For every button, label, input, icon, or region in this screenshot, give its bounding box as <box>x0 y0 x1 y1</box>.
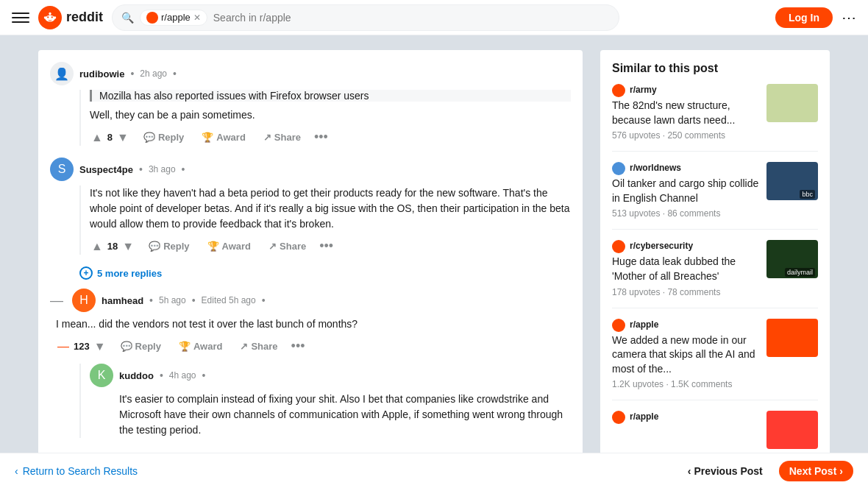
comment-meta: S Suspect4pe • 3h ago • <box>50 158 571 181</box>
comment-time: 5h ago <box>159 295 186 305</box>
comment-actions: ▲ 18 ▼ 💬 Reply 🏆 Award ↗ Share <box>90 238 571 255</box>
share-icon: ↗ <box>268 241 277 252</box>
subreddit-name: r/apple <box>630 411 658 422</box>
next-chevron-icon: › <box>839 465 843 477</box>
username: rudibowie <box>79 68 124 79</box>
subreddit-name: r/cybersecurity <box>630 241 693 251</box>
more-replies-label: 5 more replies <box>97 268 162 279</box>
downvote-button[interactable]: ▼ <box>93 339 107 355</box>
award-button[interactable]: 🏆 Award <box>174 338 227 355</box>
comment-meta: K kuddoo • 4h ago • <box>90 364 571 387</box>
nav-buttons: ‹ Previous Post Next Post › <box>677 461 853 481</box>
back-chevron-icon: ‹ <box>15 465 18 477</box>
svg-point-4 <box>49 12 51 14</box>
subreddit-pill-close[interactable]: ✕ <box>193 13 201 23</box>
share-button[interactable]: ↗ Share <box>264 238 310 255</box>
comment-block: 👤 rudibowie • 2h ago • Mozilla has also … <box>50 62 571 146</box>
reply-icon: 💬 <box>121 341 132 352</box>
subreddit-icon <box>612 240 625 253</box>
edited-time: Edited 5h ago <box>202 295 256 305</box>
similar-post-title: The 82nd's new structure, because lawn d… <box>612 99 761 127</box>
vote-cluster: — 123 ▼ <box>56 339 107 355</box>
upvote-button[interactable]: ▲ <box>90 130 104 146</box>
award-label: Award <box>222 241 252 252</box>
next-post-label: Next Post <box>789 465 837 477</box>
bottom-bar: ‹ Return to Search Results ‹ Previous Po… <box>0 453 868 488</box>
subreddit-icon <box>612 411 625 424</box>
collapse-button[interactable]: — <box>50 293 63 308</box>
search-icon: 🔍 <box>121 12 134 24</box>
reply-label: Reply <box>163 241 189 252</box>
username: Suspect4pe <box>79 164 133 175</box>
reply-button[interactable]: 💬 Reply <box>116 338 166 355</box>
subreddit-icon <box>612 84 625 97</box>
more-options-icon[interactable]: ⋯ <box>842 9 856 26</box>
similar-item[interactable]: r/apple We added a new mode in our camer… <box>612 319 818 401</box>
prev-chevron-icon: ‹ <box>688 465 691 477</box>
share-label: Share <box>280 241 306 252</box>
snoo-icon <box>42 10 58 26</box>
back-link[interactable]: ‹ Return to Search Results <box>15 465 138 477</box>
similar-item[interactable]: r/worldnews Oil tanker and cargo ship co… <box>612 162 818 230</box>
downvote-button[interactable]: ▼ <box>115 130 130 146</box>
award-icon: 🏆 <box>202 132 213 143</box>
snoo-logo <box>38 6 62 29</box>
sidebar-card: Similar to this post r/army The 82nd's n… <box>600 50 830 461</box>
subreddit-pill[interactable]: r/apple ✕ <box>140 10 207 26</box>
thumbnail <box>766 84 818 122</box>
vote-count: 123 <box>74 341 90 352</box>
similar-item[interactable]: r/cybersecurity Huge data leak dubbed th… <box>612 240 818 308</box>
vote-count: 18 <box>107 241 118 252</box>
thumbnail: dailymail <box>766 240 818 278</box>
share-button[interactable]: ↗ Share <box>235 338 282 355</box>
menu-icon[interactable] <box>12 9 29 26</box>
similar-meta: 513 upvotes · 86 comments <box>612 208 761 219</box>
award-label: Award <box>193 341 223 352</box>
search-input[interactable] <box>213 12 610 24</box>
reply-icon: 💬 <box>143 132 155 143</box>
more-replies-icon: + <box>79 266 93 280</box>
reply-label: Reply <box>158 132 184 143</box>
similar-post-title: We added a new mode in our camera that s… <box>612 333 761 377</box>
more-button[interactable]: ••• <box>319 238 333 254</box>
next-post-button[interactable]: Next Post › <box>779 461 853 481</box>
award-button[interactable]: 🏆 Award <box>203 238 256 255</box>
reply-button[interactable]: 💬 Reply <box>139 129 188 146</box>
username: hamhead <box>102 295 143 306</box>
share-icon: ↗ <box>263 132 271 143</box>
subreddit-row: r/apple <box>612 319 761 332</box>
comment-block: S Suspect4pe • 3h ago • It's not like th… <box>50 158 571 255</box>
downvote-button[interactable]: ▼ <box>121 238 135 255</box>
prev-post-button[interactable]: ‹ Previous Post <box>677 461 773 481</box>
comment-indent-hamhead: I mean... did the vendors not test it ov… <box>56 317 571 438</box>
upvote-button[interactable]: ▲ <box>90 238 104 255</box>
more-button[interactable]: ••• <box>291 339 305 354</box>
main-content: 👤 rudibowie • 2h ago • Mozilla has also … <box>38 50 583 477</box>
comment-body: Well, they can be a pain sometimes. <box>90 107 571 123</box>
award-icon: 🏆 <box>207 241 219 252</box>
similar-item[interactable]: r/apple <box>612 411 818 449</box>
login-button[interactable]: Log In <box>775 7 833 28</box>
comment-actions: ▲ 8 ▼ 💬 Reply 🏆 Award ↗ Share <box>90 129 571 146</box>
similar-meta: 178 upvotes · 78 comments <box>612 287 761 297</box>
svg-point-7 <box>54 16 56 18</box>
reply-button[interactable]: 💬 Reply <box>144 238 193 255</box>
quote-text: Mozilla has also reported issues with Fi… <box>99 90 369 102</box>
back-label: Return to Search Results <box>23 465 138 477</box>
comment-meta: — H hamhead • 5h ago • Edited 5h ago • <box>50 289 571 312</box>
comment-block: — H hamhead • 5h ago • Edited 5h ago • I… <box>50 289 571 438</box>
award-button[interactable]: 🏆 Award <box>197 129 250 146</box>
similar-meta: 1.2K upvotes · 1.5K comments <box>612 379 761 389</box>
share-label: Share <box>274 132 301 143</box>
username: kuddoo <box>119 370 154 381</box>
share-button[interactable]: ↗ Share <box>259 129 305 146</box>
downvote-button[interactable]: — <box>56 339 71 355</box>
more-button[interactable]: ••• <box>314 130 328 145</box>
similar-item[interactable]: r/army The 82nd's new structure, because… <box>612 84 818 152</box>
search-bar[interactable]: 🔍 r/apple ✕ <box>112 4 619 31</box>
subreddit-pill-label: r/apple <box>161 12 191 23</box>
comment-actions: — 123 ▼ 💬 Reply 🏆 Award ↗ Share <box>56 338 571 355</box>
subreddit-name: r/worldnews <box>630 163 681 173</box>
more-replies[interactable]: + 5 more replies <box>79 266 571 280</box>
subreddit-pill-icon <box>146 12 158 24</box>
